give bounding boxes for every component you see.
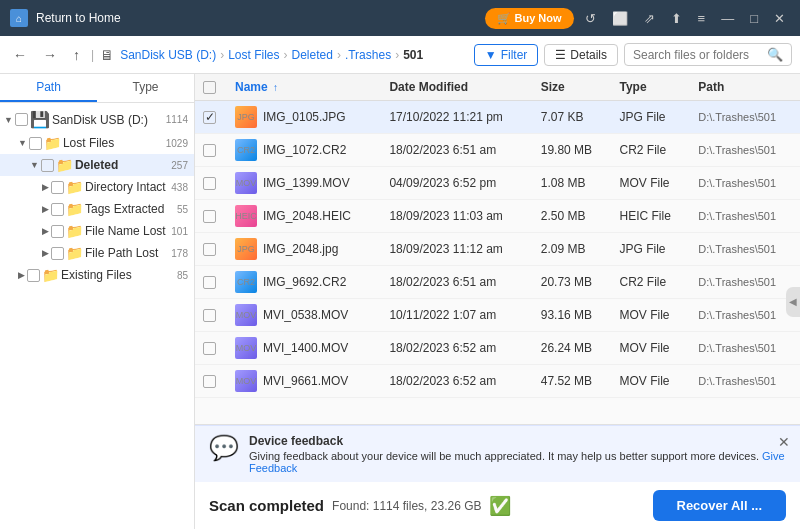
file-table: Name ↑ Date Modified Size Type Path ✓ JP… [195,74,800,424]
check-directory-intact[interactable] [51,181,64,194]
expand-file-path-lost[interactable]: ▶ [42,248,49,258]
scan-complete-icon: ✅ [489,495,511,517]
row-checkbox[interactable] [203,243,216,256]
table-row[interactable]: HEIC IMG_2048.HEIC 18/09/2023 11:03 am 2… [195,200,800,233]
row-checkbox[interactable] [203,144,216,157]
badge-directory-intact: 438 [171,182,188,193]
maximize-button[interactable]: □ [745,9,763,28]
icon-upload[interactable]: ⬆ [666,9,687,28]
file-date: 18/02/2023 6:51 am [381,134,532,167]
icon-menu[interactable]: ≡ [693,9,711,28]
tree-item-file-name-lost[interactable]: ▶ 📁 File Name Lost 101 [0,220,194,242]
file-thumbnail: MOV [235,370,257,392]
table-row[interactable]: CR2 IMG_9692.CR2 18/02/2023 6:51 am 20.7… [195,266,800,299]
tree-item-sandisk[interactable]: ▼ 💾 SanDisk USB (D:) 1114 [0,107,194,132]
row-checkbox[interactable]: ✓ [203,111,216,124]
sidebar-tabs: Path Type [0,74,194,103]
table-row[interactable]: MOV IMG_1399.MOV 04/09/2023 6:52 pm 1.08… [195,167,800,200]
thumb-label: HEIC [235,205,257,227]
collapse-handle[interactable]: ◀ [786,287,800,317]
details-button[interactable]: ☰ Details [544,44,618,66]
filter-button[interactable]: ▼ Filter [474,44,539,66]
row-checkbox[interactable] [203,309,216,322]
tree-item-file-path-lost[interactable]: ▶ 📁 File Path Lost 178 [0,242,194,264]
breadcrumb-trashes[interactable]: .Trashes [345,48,391,62]
feedback-text: Device feedback Giving feedback about yo… [249,434,786,474]
check-deleted[interactable] [41,159,54,172]
check-file-path-lost[interactable] [51,247,64,260]
expand-file-name-lost[interactable]: ▶ [42,226,49,236]
col-type[interactable]: Type [611,74,690,101]
titlebar-title: Return to Home [36,11,121,25]
icon-share[interactable]: ⇗ [639,9,660,28]
tree-item-directory-intact[interactable]: ▶ 📁 Directory Intact 438 [0,176,194,198]
check-all[interactable] [203,81,216,94]
row-checkbox[interactable] [203,375,216,388]
folder-icon-deleted: 📁 [56,157,73,173]
table-row[interactable]: ✓ JPG IMG_0105.JPG 17/10/2022 11:21 pm 7… [195,101,800,134]
check-existing-files[interactable] [27,269,40,282]
col-path[interactable]: Path [690,74,800,101]
check-file-name-lost[interactable] [51,225,64,238]
table-row[interactable]: JPG IMG_2048.jpg 18/09/2023 11:12 am 2.0… [195,233,800,266]
file-type: HEIC File [611,200,690,233]
back-button[interactable]: ← [8,45,32,65]
up-button[interactable]: ↑ [68,45,85,65]
row-checkbox[interactable] [203,177,216,190]
tree-item-existing-files[interactable]: ▶ 📁 Existing Files 85 [0,264,194,286]
minimize-button[interactable]: — [716,9,739,28]
row-checkbox[interactable] [203,210,216,223]
search-icon[interactable]: 🔍 [767,47,783,62]
check-tags-extracted[interactable] [51,203,64,216]
row-checkbox[interactable] [203,276,216,289]
expand-tags-extracted[interactable]: ▶ [42,204,49,214]
breadcrumb-sandisk[interactable]: SanDisk USB (D:) [120,48,216,62]
files-table: Name ↑ Date Modified Size Type Path ✓ JP… [195,74,800,398]
main-layout: Path Type ▼ 💾 SanDisk USB (D:) 1114 ▼ 📁 … [0,74,800,529]
row-checkbox[interactable] [203,342,216,355]
file-path: D:\.Trashes\501 [690,134,800,167]
col-date-modified[interactable]: Date Modified [381,74,532,101]
check-lost-files[interactable] [29,137,42,150]
expand-lost-files[interactable]: ▼ [18,138,27,148]
file-thumbnail: CR2 [235,139,257,161]
breadcrumb-501[interactable]: 501 [403,48,423,62]
file-size: 2.09 MB [533,233,612,266]
col-name[interactable]: Name ↑ [227,74,381,101]
close-feedback-button[interactable]: ✕ [778,434,790,450]
file-thumbnail: MOV [235,304,257,326]
table-row[interactable]: CR2 IMG_1072.CR2 18/02/2023 6:51 am 19.8… [195,134,800,167]
expand-deleted[interactable]: ▼ [30,160,39,170]
file-date: 04/09/2023 6:52 pm [381,167,532,200]
icon-monitor[interactable]: ⬜ [607,9,633,28]
badge-tags-extracted: 55 [177,204,188,215]
file-name: IMG_2048.HEIC [263,209,351,223]
expand-existing-files[interactable]: ▶ [18,270,25,280]
buy-now-button[interactable]: 🛒 Buy Now [485,8,573,29]
breadcrumb-lost-files[interactable]: Lost Files [228,48,279,62]
folder-icon-directory-intact: 📁 [66,179,83,195]
file-path: D:\.Trashes\501 [690,233,800,266]
tree-item-lost-files[interactable]: ▼ 📁 Lost Files 1029 [0,132,194,154]
details-icon: ☰ [555,48,566,62]
expand-sandisk[interactable]: ▼ [4,115,13,125]
file-size: 19.80 MB [533,134,612,167]
expand-directory-intact[interactable]: ▶ [42,182,49,192]
check-sandisk[interactable] [15,113,28,126]
recover-all-button[interactable]: Recover All ... [653,490,787,521]
forward-button[interactable]: → [38,45,62,65]
tab-path[interactable]: Path [0,74,97,102]
table-row[interactable]: MOV MVI_9661.MOV 18/02/2023 6:52 am 47.5… [195,365,800,398]
tree-item-deleted[interactable]: ▼ 📁 Deleted 257 [0,154,194,176]
tree-item-tags-extracted[interactable]: ▶ 📁 Tags Extracted 55 [0,198,194,220]
tab-type[interactable]: Type [97,74,194,102]
search-input[interactable] [633,48,763,62]
breadcrumb-deleted[interactable]: Deleted [292,48,333,62]
icon-refresh[interactable]: ↺ [580,9,601,28]
file-name: MVI_1400.MOV [263,341,348,355]
table-row[interactable]: MOV MVI_0538.MOV 10/11/2022 1:07 am 93.1… [195,299,800,332]
col-size[interactable]: Size [533,74,612,101]
file-type: CR2 File [611,266,690,299]
close-button[interactable]: ✕ [769,9,790,28]
table-row[interactable]: MOV MVI_1400.MOV 18/02/2023 6:52 am 26.2… [195,332,800,365]
